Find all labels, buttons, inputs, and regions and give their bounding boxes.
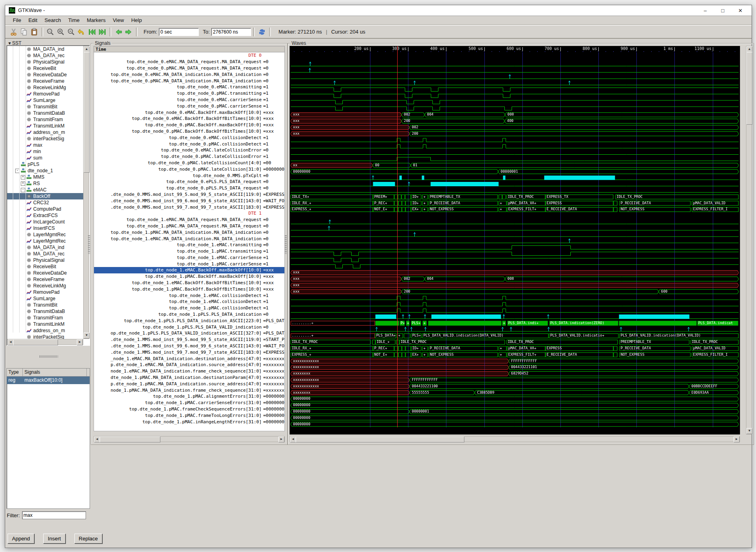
zoom-out-icon[interactable] [66,27,76,37]
tree-item-dte_node_1[interactable]: -dte_node_1 [7,167,83,174]
signal-row[interactable]: top.dte_node_0.ePLS.PLS_DATA_request=0 [94,179,284,185]
tree-item-transmitdatab[interactable]: TransmitDataB [7,308,83,315]
tree-item-interpacketsig[interactable]: interPacketSig [7,136,83,142]
title-bar[interactable]: GTKWave - – □ ✕ [5,5,752,16]
signal-row[interactable]: top.dte_node_1.eMAC.MA_DATA_indication.M… [94,235,284,242]
back-icon[interactable] [113,27,124,37]
tree-item-crc32[interactable]: CRC32 [7,199,83,206]
tree-item-interpacketsig[interactable]: interPacketSig [7,334,83,339]
minimize-button[interactable]: – [696,5,714,16]
menu-item-file[interactable]: File [9,16,25,24]
signal-row[interactable]: top.dte_node_1.pMAC.BackOff.maxBackOff[1… [94,273,284,280]
signal-row[interactable]: .dte_node_1.MMS.mod_inst_99_5.mod_99_5_s… [94,337,284,343]
expand-icon[interactable]: + [21,181,25,186]
signal-row[interactable]: top.dte_node_0.pMAC.carrierSense=1 [94,103,284,109]
tree-item-receivedatade[interactable]: ReceiveDataDe [7,72,83,78]
tree-item-physicalsignal[interactable]: PhysicalSignal [7,59,83,65]
tree-item-receivelinkmg[interactable]: ReceiveLinkMg [7,84,83,91]
signal-row[interactable]: top.dte_node_1.eMAC.BackOff.maxBackOff[1… [94,267,284,273]
tree-item-extractfcs[interactable]: ExtractFCS [7,212,83,219]
tree-item-ma_data_ind[interactable]: MA_DATA_ind [7,244,83,251]
tree-item-layermgmtrec[interactable]: LayerMgmtRec [7,231,83,238]
tree-item-removepad[interactable]: RemovePad [7,289,83,295]
close-button[interactable]: ✕ [732,5,749,16]
tree-item-transmitlinkm[interactable]: TransmitLinkM [7,123,83,129]
to-end-icon[interactable] [97,27,108,37]
from-input[interactable] [159,28,199,36]
menu-item-view[interactable]: View [109,16,128,24]
signal-row[interactable]: node_1.pMAC.MA_DATA_indication.frame_che… [94,387,284,393]
tree-item-receiveframe[interactable]: ReceiveFrame [7,276,83,283]
tree-item-transmitfram[interactable]: TransmitFram [7,315,83,321]
signal-row[interactable]: .dte_node_0.MMS.mod_inst_99_6.mod_99_6_s… [94,197,284,204]
menu-item-edit[interactable]: Edit [25,16,41,24]
zoom-in-icon[interactable] [56,27,66,37]
time-column-header[interactable]: Time [94,46,285,52]
waveform-canvas[interactable] [290,46,740,434]
column-header-signals[interactable]: Signals [23,369,87,376]
signal-row[interactable]: top.dte_node_1.pMAC.MA_DATA_request.MA_D… [94,223,284,229]
signal-row[interactable]: top.dte_node_1.pMAC.transmitting=1 [94,248,284,255]
signal-row[interactable]: op.dte_node_1.pPLS.PLS_DATA_VALID_indica… [94,330,284,337]
forward-icon[interactable] [124,27,134,37]
signal-row[interactable]: top.dte_node_0.pMAC.BackOff.maxBackOff[1… [94,122,284,128]
tree-item-receivebit[interactable]: ReceiveBit [7,65,83,72]
signal-row[interactable]: .dte_node_1.MMS.mod_inst_99_7.mod_99_7_s… [94,349,284,355]
signal-row[interactable]: top.dte_node_1.eMAC.BackOff.BackOffBitTi… [94,280,284,286]
expand-icon[interactable]: + [21,175,25,179]
tree-item-transmitlinkm[interactable]: TransmitLinkM [7,321,83,327]
signal-row[interactable]: .dte_node_0.MMS.mod_inst_99_5.mod_99_5_s… [94,191,284,198]
signal-row[interactable]: top.dte_node_1.pPLS.PLS_DATA_VALID_indic… [94,324,284,330]
signal-row[interactable]: top.dte_node_0.pMAC.lateCollision[31:0]=… [94,166,284,172]
signal-row[interactable]: top.dte_node_1.eMAC.MA_DATA_request.MA_D… [94,217,284,223]
menu-item-help[interactable]: Help [128,16,146,24]
signals-pane-grip[interactable] [88,235,90,254]
replace-button[interactable]: Replace [74,534,102,544]
signal-row[interactable]: top.dte_node_1.eMAC.carrierSense=1 [94,255,284,261]
tree-item-backoff[interactable]: BackOff [7,193,83,199]
signal-row[interactable]: _node_1.eMAC.MA_DATA_indication.destinat… [94,355,284,362]
zoom-undo-icon[interactable] [76,27,87,37]
cut-icon[interactable] [8,27,19,37]
tree-item-ma_data_ind[interactable]: MA_DATA_ind [7,46,83,52]
signal-row[interactable]: top.dte_node_0.pMAC.lateCollisionCount[4… [94,160,284,166]
tree-item-sumlarge[interactable]: SumLarge [7,295,83,302]
to-start-icon[interactable] [87,27,97,37]
tree-item-rs[interactable]: +RS [7,180,83,187]
signal-row[interactable]: top.dte_node_0.pMAC.transmitting=1 [94,90,284,97]
signal-row[interactable]: top.dte_node_0.eMAC.BackOff.maxBackOff[1… [94,109,284,116]
signal-row[interactable]: .dte_node_1.MMS.mod_inst_99_6.mod_99_6_s… [94,343,284,349]
column-header-type[interactable]: Type [7,369,23,376]
signal-row[interactable]: top.dte_node_1.pPLS.PLS_DATA_indication_… [94,317,284,324]
tree-item-max[interactable]: max [7,142,83,148]
reload-icon[interactable] [257,27,267,37]
signal-row[interactable]: .dte_node_0.MMS.mod_inst_99_7.mod_99_7_s… [94,204,284,210]
signal-row[interactable]: top.dte_node_1.pMAC.collisionDetect=1 [94,305,284,311]
filter-input[interactable] [22,511,86,519]
signal-row[interactable]: top.dte_node_1.pMAC.frameTooLongErrors[3… [94,412,284,418]
signal-row[interactable]: top.dte_node_1.eMAC.collisionDetect=1 [94,299,284,305]
waves-horizontal-scrollbar[interactable]: ◄► [290,436,740,442]
signal-row[interactable]: top.dte_node_1.eMAC.collisionDetect=1 [94,292,284,299]
signal-row[interactable]: top.dte_node_0.eMAC.BackOff.BackOffBitTi… [94,116,284,122]
signal-row[interactable]: top.dte_node_0.pMAC.BackOff.BackOffBitTi… [94,128,284,135]
paste-icon[interactable] [29,27,40,37]
collapse-icon[interactable]: - [21,188,25,192]
signal-row[interactable]: top.dte_node_0.MMS.pTxCplt=0 [94,172,284,179]
pane-splitter[interactable] [40,355,58,358]
tree-item-receiveframe[interactable]: ReceiveFrame [7,78,83,84]
waves-pane-grip[interactable] [285,235,287,254]
signal-row[interactable]: top.dte_node_1.pMAC.inRangeLengthErrors[… [94,418,284,425]
tree-item-transmitbit[interactable]: TransmitBit [7,104,83,110]
waves-vertical-scrollbar[interactable]: ▲▼ [746,46,752,434]
menu-item-markers[interactable]: Markers [83,16,109,24]
tree-item-computepad[interactable]: ComputePad [7,206,83,212]
signal-row[interactable]: top.dte_node_1.pPLS.PLS_DATA_indication=… [94,311,284,318]
tree-item-emac[interactable]: -eMAC [7,187,83,193]
tree-vertical-scrollbar[interactable]: ▲▼ [83,46,89,339]
maximize-button[interactable]: □ [714,5,732,16]
tree-item-receivebit[interactable]: ReceiveBit [7,263,83,270]
signal-row[interactable]: top.dte_node_0.pPLS.PLS_DATA_request=0 [94,185,284,191]
tree-item-min[interactable]: min [7,148,83,155]
signal-row[interactable]: top.dte_node_0.pMAC.collisionDetect=1 [94,141,284,147]
